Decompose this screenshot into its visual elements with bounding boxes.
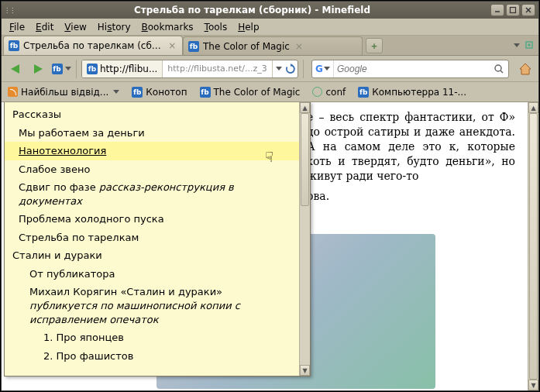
favicon-icon: fb (9, 40, 19, 51)
new-tab-button[interactable]: ＋ (366, 38, 383, 53)
tab-close-button[interactable]: × (294, 41, 304, 52)
chevron-down-icon (113, 90, 119, 94)
favicon-icon: fb (200, 87, 211, 98)
close-icon (525, 6, 532, 14)
url-segment-path[interactable]: http://flibusta.net/...z_3 (163, 60, 272, 77)
home-button[interactable] (515, 59, 535, 79)
site-icon (312, 87, 322, 97)
scroll-down-button[interactable]: ▼ (528, 380, 538, 390)
bookmark-item[interactable]: Найбільш відвід... (5, 85, 122, 99)
scroll-up-button[interactable]: ▲ (528, 102, 538, 113)
menu-file[interactable]: File (5, 20, 29, 34)
minimize-icon (494, 6, 501, 14)
bookmark-label: The Color of Magic (214, 87, 301, 98)
favicon-icon: fb (358, 87, 369, 98)
toc-item[interactable]: От публикатора (5, 265, 299, 284)
rss-icon (8, 87, 18, 97)
menu-help[interactable]: Help (233, 20, 263, 34)
separator (303, 60, 304, 78)
separator (76, 60, 77, 78)
tab-label: Стрельба по тарелкам (сбо... (23, 40, 163, 51)
minimize-button[interactable] (490, 4, 504, 16)
dropdown-scrollbar[interactable]: ▲ ▼ (299, 102, 310, 376)
back-button[interactable] (5, 59, 25, 79)
toc-item[interactable]: 2. Про фашистов (5, 347, 299, 366)
toc-dropdown: РассказыМы работаем за деньгиНанотехноло… (4, 102, 311, 377)
menu-bookmarks[interactable]: Bookmarks (137, 20, 198, 34)
favicon-icon: fb (87, 64, 98, 74)
close-button[interactable] (521, 4, 535, 16)
page-text: е – весь спектр фантастики, от Ф» до ост… (307, 110, 515, 210)
window-title: Стрельба по тарелкам (сборник) - Minefie… (14, 5, 490, 15)
url-host-text: http://flibu... (100, 64, 157, 74)
tab-0[interactable]: fb Стрельба по тарелкам (сбо... × (3, 36, 183, 55)
tab-overflow-button[interactable] (523, 36, 537, 53)
toc-item[interactable]: Мы работаем за деньги (5, 124, 299, 143)
svg-rect-1 (511, 8, 516, 13)
titlebar[interactable]: ⋮⋮ Стрельба по тарелкам (сборник) - Mine… (2, 2, 538, 19)
url-segment-host[interactable]: fb http://flibu... (82, 60, 163, 77)
bookmarks-toolbar: Найбільш відвід...fbКонотопfbThe Color o… (2, 82, 538, 102)
tab-list-button[interactable] (509, 36, 523, 53)
chevron-down-icon (324, 67, 330, 70)
maximize-button[interactable] (506, 4, 520, 16)
search-box[interactable]: G (311, 60, 509, 78)
scroll-thumb[interactable] (529, 113, 538, 380)
scroll-down-button[interactable]: ▼ (300, 365, 310, 376)
forward-arrow-icon (34, 64, 43, 74)
toc-item[interactable]: 1. Про японцев (5, 328, 299, 347)
google-icon: G (315, 64, 323, 74)
search-engine-button[interactable]: G (312, 60, 334, 77)
search-input[interactable] (334, 64, 490, 74)
forward-button[interactable] (28, 59, 48, 79)
bookmark-item[interactable]: fbКонотоп (129, 85, 190, 99)
browser-window: ⋮⋮ Стрельба по тарелкам (сборник) - Mine… (1, 1, 539, 391)
page-paragraph: ова. (307, 189, 515, 204)
toc-section-header[interactable]: Рассказы (5, 105, 299, 124)
reload-button[interactable] (284, 64, 298, 74)
menu-history[interactable]: History (93, 20, 136, 34)
search-icon (494, 64, 504, 74)
toc-section-header[interactable]: Сталин и дураки (5, 246, 299, 265)
toc-item[interactable]: Сдвиг по фазе рассказ-реконструкция в до… (5, 178, 299, 210)
menu-edit[interactable]: Edit (31, 20, 58, 34)
toc-item[interactable]: Нанотехнология (5, 142, 299, 160)
search-go-button[interactable] (490, 64, 508, 74)
page-paragraph: е – весь спектр фантастики, от Ф» до ост… (307, 110, 515, 183)
toc-item[interactable]: Михаил Корягин «Сталин и дураки» публику… (5, 283, 299, 328)
bookmark-item[interactable]: fbThe Color of Magic (197, 85, 304, 99)
bookmark-item[interactable]: conf (309, 85, 349, 99)
scroll-thumb[interactable] (301, 113, 309, 206)
bookmark-label: conf (325, 87, 346, 98)
svg-line-8 (500, 70, 503, 73)
menu-view[interactable]: View (60, 20, 91, 34)
identity-button[interactable]: fb (51, 59, 71, 79)
favicon-icon: fb (188, 41, 199, 52)
chevron-down-icon (514, 43, 520, 47)
tab-overflow-icon (525, 40, 535, 50)
site-icon: fb (52, 64, 63, 74)
scroll-up-button[interactable]: ▲ (300, 102, 310, 113)
svg-point-7 (495, 65, 501, 71)
home-icon (518, 61, 533, 77)
toc-item[interactable]: Проблема холодного пуска (5, 210, 299, 229)
maximize-icon (509, 6, 517, 14)
scroll-track[interactable] (300, 113, 310, 365)
bookmark-label: Найбільш відвід... (21, 87, 108, 98)
toc-list[interactable]: РассказыМы работаем за деньгиНанотехноло… (5, 102, 299, 376)
toc-item[interactable]: Слабое звено (5, 160, 299, 179)
tab-close-button[interactable]: × (167, 40, 177, 51)
menu-tools[interactable]: Tools (200, 20, 232, 34)
reload-icon (285, 64, 296, 74)
tab-1[interactable]: fb The Color of Magic × (183, 36, 363, 55)
chevron-down-icon (276, 67, 282, 70)
nav-toolbar: fb fb http://flibu... http://flibusta.ne… (2, 56, 538, 82)
scroll-track[interactable] (528, 113, 538, 380)
page-scrollbar[interactable]: ▲ ▼ (528, 102, 538, 390)
chevron-down-icon (65, 67, 71, 70)
bookmark-item[interactable]: fbКомпьютерра 11-... (355, 85, 469, 99)
url-bar[interactable]: fb http://flibu... http://flibusta.net/.… (81, 60, 298, 78)
url-history-dropdown[interactable] (273, 67, 284, 70)
toc-item[interactable]: Стрельба по тарелкам (5, 229, 299, 247)
window-drag-handle[interactable]: ⋮⋮ (5, 7, 14, 14)
